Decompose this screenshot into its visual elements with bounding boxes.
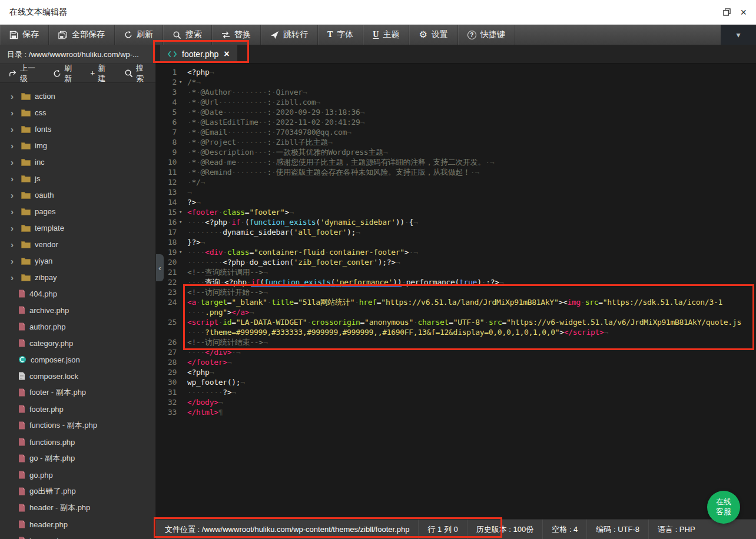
folder-item-img[interactable]: ›img (0, 137, 155, 154)
code-line-25-wrap[interactable]: ····?theme=#999999,#333333,#999999,#9999… (156, 327, 756, 337)
file-item-archive.php[interactable]: archive.php (0, 302, 155, 318)
file-item-category.php[interactable]: category.php (0, 335, 155, 351)
folder-item-yiyan[interactable]: ›yiyan (0, 252, 155, 269)
code-line-16[interactable]: 16▾····<?php·if·(function_exists('dynami… (156, 217, 756, 227)
file-item-go出错了.php[interactable]: go出错了.php (0, 483, 155, 500)
file-item-header - 副本.php[interactable]: header - 副本.php (0, 500, 155, 516)
toolbar-button-save-all[interactable]: 全部保存 (49, 25, 115, 45)
folder-item-template[interactable]: ›template (0, 219, 155, 236)
folder-item-vendor[interactable]: ›vendor (0, 236, 155, 252)
folder-item-oauth[interactable]: ›oauth (0, 187, 155, 203)
code-line-22[interactable]: 22····查询·<?php·if(function_exists('perfo… (156, 277, 756, 287)
toolbar-button-settings[interactable]: ⚙设置 (409, 25, 457, 45)
sidebar-action-new[interactable]: +新建 (84, 64, 118, 82)
code-line-31[interactable]: 31········?>¬ (156, 387, 756, 397)
toolbar-button-refresh[interactable]: 刷新 (115, 25, 163, 45)
file-item-author.php[interactable]: author.php (0, 318, 155, 335)
sidebar-action-up[interactable]: 上一级 (2, 64, 47, 82)
code-text: ····?theme=#999999,#333333,#999999,#9999… (184, 327, 608, 337)
code-line-29[interactable]: 29<?php¬ (156, 367, 756, 377)
code-line-15[interactable]: 15▾<footer·class="footer">¬ (156, 207, 756, 217)
folder-item-js[interactable]: ›js (0, 170, 155, 187)
code-line-32[interactable]: 32</body>¬ (156, 397, 756, 407)
code-line-6[interactable]: 6·*·@LastEditTime··:·2022-11-02·20:41:29… (156, 117, 756, 127)
file-item-composer.lock[interactable]: composer.lock (0, 368, 155, 384)
file-item-image.php[interactable]: image.php (0, 533, 155, 539)
code-line-20[interactable]: 20········<?php·do_action('zib_footer_co… (156, 257, 756, 267)
code-line-24[interactable]: 24<a·target="_blank"·title="51la网站统计"·hr… (156, 297, 756, 307)
code-line-4[interactable]: 4·*·@Url···········:·zibll.com¬ (156, 97, 756, 107)
code-line-28[interactable]: 28</footer>¬ (156, 357, 756, 367)
code-line-1[interactable]: 1<?php¬ (156, 67, 756, 77)
file-item-footer.php[interactable]: footer.php (0, 401, 155, 417)
file-item-404.php[interactable]: 404.php (0, 285, 155, 302)
code-line-11[interactable]: 11·*·@Remind········:·使用盗版主题会存在各种未知风险。支持… (156, 167, 756, 177)
line-number-gutter: 11 (156, 167, 184, 177)
code-line-5[interactable]: 5·*·@Date··········:·2020-09-29·13:18:36… (156, 107, 756, 117)
folder-item-zibpay[interactable]: ›zibpay (0, 269, 155, 285)
font-icon: T (327, 30, 333, 39)
toolbar-collapse-button[interactable]: ▾ (721, 25, 756, 45)
file-item-composer.json[interactable]: composer.json (0, 351, 155, 368)
toolbar-button-save[interactable]: 保存 (0, 25, 49, 45)
toolbar-button-label: 设置 (432, 29, 448, 40)
folder-item-action[interactable]: ›action (0, 88, 155, 104)
status-language[interactable]: 语言 : PHP (648, 520, 704, 539)
folder-item-fonts[interactable]: ›fonts (0, 121, 155, 137)
code-line-24-wrap[interactable]: ····.png"></a>¬ (156, 307, 756, 317)
fold-toggle-icon[interactable]: ▾ (177, 247, 184, 257)
toolbar-button-replace[interactable]: 替换 (212, 25, 261, 45)
code-line-12[interactable]: 12·*/¬ (156, 177, 756, 187)
toolbar-button-hotkeys[interactable]: ?快捷键 (458, 25, 515, 45)
code-line-27[interactable]: 27····</div>·¬ (156, 347, 756, 357)
folder-item-css[interactable]: ›css (0, 104, 155, 121)
status-indent-spaces[interactable]: 空格 : 4 (542, 520, 586, 539)
toolbar-button-search[interactable]: 搜索 (163, 25, 212, 45)
fold-toggle-icon[interactable]: ▾ (177, 77, 184, 87)
code-line-8[interactable]: 8·*·@Project·······:·Zibll子比主题¬ (156, 137, 756, 147)
toolbar-button-label: 字体 (337, 29, 353, 40)
file-item-header.php[interactable]: header.php (0, 516, 155, 533)
code-area[interactable]: 1<?php¬2▾/*¬3·*·@Author········:·Qinver¬… (156, 64, 756, 519)
online-support-button[interactable]: 在线 客服 (707, 491, 740, 524)
file-item-functions - 副本.php[interactable]: functions - 副本.php (0, 417, 155, 434)
sidebar-action-search[interactable]: 搜索 (118, 64, 155, 82)
status-encoding[interactable]: 编码 : UTF-8 (586, 520, 648, 539)
file-item-go - 副本.php[interactable]: go - 副本.php (0, 450, 155, 467)
code-line-26[interactable]: 26<!--访问统计结束-->¬ (156, 337, 756, 347)
fold-toggle-icon[interactable]: ▾ (177, 207, 184, 217)
code-line-23[interactable]: 23<!--访问统计开始-->¬ (156, 287, 756, 297)
tab-footer-php[interactable]: footer.php × (160, 45, 237, 63)
toolbar-button-theme[interactable]: U主题 (363, 25, 409, 45)
file-item-functions.php[interactable]: functions.php (0, 434, 155, 450)
close-tab-icon[interactable]: × (224, 49, 229, 59)
status-history-versions[interactable]: 历史版本 : 100份 (467, 520, 543, 539)
code-line-19[interactable]: 19▾····<div·class="container-fluid·conta… (156, 247, 756, 257)
code-line-17[interactable]: 17········dynamic_sidebar('all_footer');… (156, 227, 756, 237)
code-line-9[interactable]: 9·*·@Description···:·一款极其优雅的Wordpress主题¬ (156, 147, 756, 157)
code-line-18[interactable]: 18}?>¬ (156, 237, 756, 247)
code-line-10[interactable]: 10·*·@Read·me·······:·感谢您使用子比主题，主题源码有详细的… (156, 157, 756, 167)
close-window-icon[interactable]: × (740, 7, 747, 18)
folder-item-pages[interactable]: ›pages (0, 203, 155, 219)
code-line-7[interactable]: 7·*·@Email·········:·770349780@qq.com¬ (156, 127, 756, 137)
sidebar-collapse-handle[interactable]: ‹ (156, 254, 164, 281)
code-line-2[interactable]: 2▾/*¬ (156, 77, 756, 87)
folder-item-inc[interactable]: ›inc (0, 154, 155, 170)
file-item-footer - 副本.php[interactable]: footer - 副本.php (0, 384, 155, 401)
code-line-25[interactable]: 25<script·id="LA-DATA-WIDGET"·crossorigi… (156, 317, 756, 327)
toolbar-button-goto-line[interactable]: 跳转行 (261, 25, 318, 45)
code-line-30[interactable]: 30wp_footer();¬ (156, 377, 756, 387)
sidebar-action-refresh[interactable]: 刷新 (47, 64, 84, 82)
code-text: /*¬ (184, 77, 201, 87)
file-item-go.php[interactable]: go.php (0, 467, 155, 483)
code-line-3[interactable]: 3·*·@Author········:·Qinver¬ (156, 87, 756, 97)
code-line-14[interactable]: 14?>¬ (156, 197, 756, 207)
folder-icon (21, 109, 31, 117)
fold-toggle-icon[interactable]: ▾ (177, 217, 184, 227)
restore-window-icon[interactable] (723, 8, 731, 16)
code-line-13[interactable]: 13¬ (156, 187, 756, 197)
toolbar-button-font[interactable]: T字体 (318, 25, 363, 45)
code-line-33[interactable]: 33</html>¶ (156, 407, 756, 417)
code-line-21[interactable]: 21<!--查询统计调用-->¬ (156, 267, 756, 277)
